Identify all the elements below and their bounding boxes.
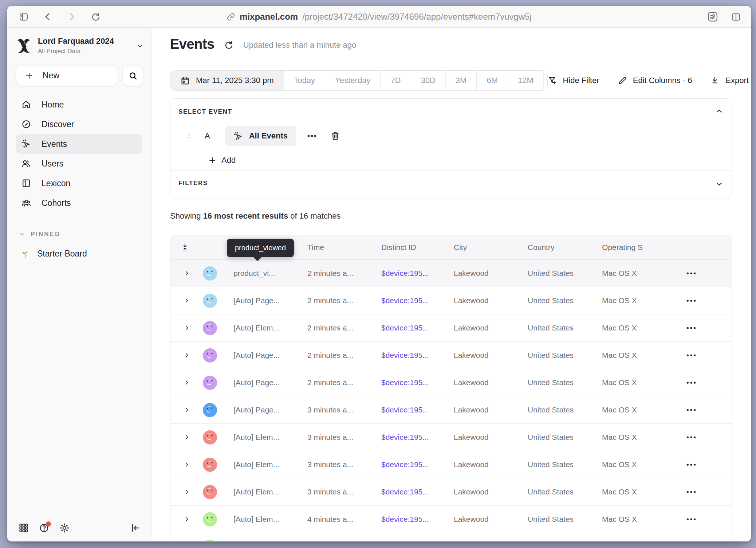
collapse-sidebar-icon[interactable]	[130, 522, 141, 533]
table-row[interactable]: [Auto] Elem... 4 minutes a... $device:19…	[170, 506, 732, 533]
help-icon[interactable]	[39, 522, 50, 533]
expand-row-icon[interactable]	[184, 325, 190, 331]
table-row[interactable]: [Auto] Page... 2 minutes a... $device:19…	[170, 287, 732, 314]
expand-row-icon[interactable]	[184, 407, 190, 413]
row-menu-button[interactable]: •••	[678, 515, 697, 523]
expand-row-icon[interactable]	[184, 379, 190, 386]
date-range-option[interactable]: 12M	[508, 71, 544, 90]
row-menu-button[interactable]: •••	[678, 324, 697, 332]
date-range-option[interactable]: 6M	[477, 71, 508, 90]
date-range-option[interactable]: 30D	[411, 71, 446, 90]
col-country[interactable]: Country	[528, 243, 602, 252]
cell-distinct-id[interactable]: $device:195...	[381, 324, 454, 332]
sidebar-item-starter-board[interactable]: Starter Board	[20, 249, 142, 259]
row-menu-button[interactable]: •••	[678, 461, 697, 469]
expand-row-icon[interactable]	[184, 461, 190, 468]
refresh-icon[interactable]	[224, 40, 234, 50]
avatar	[203, 458, 217, 472]
cell-distinct-id[interactable]: $device:195...	[381, 269, 454, 278]
add-event-button[interactable]: Add	[208, 156, 236, 165]
sidebar-item-discover[interactable]: Discover	[16, 114, 142, 134]
divider	[16, 221, 142, 221]
cell-operating-system: Mac OS X	[602, 488, 678, 496]
row-menu-button[interactable]: •••	[678, 351, 697, 359]
cell-distinct-id[interactable]: $device:195...	[381, 460, 454, 469]
table-row[interactable]: [Auto] Elem... 3 minutes a... $device:19…	[170, 424, 732, 451]
table-row[interactable]: [Auto] Page... 3 minutes a... $device:19…	[170, 396, 732, 424]
export-button[interactable]: Export	[710, 76, 749, 85]
search-button[interactable]	[122, 65, 143, 86]
split-view-icon[interactable]	[731, 11, 741, 22]
table-row[interactable]: [Auto] Page... 2 minutes a... $device:19…	[170, 342, 732, 369]
table-row[interactable]: [Auto] Elem... 2 minutes a... $device:19…	[170, 314, 732, 342]
col-time[interactable]: Time	[307, 243, 381, 252]
cell-distinct-id[interactable]: $device:195...	[381, 488, 454, 496]
table-row[interactable]: [Auto] Page... 2 minutes a... $device:19…	[170, 369, 732, 396]
page-settings-icon[interactable]	[707, 11, 718, 22]
cell-event-name: [Auto] Page...	[233, 351, 307, 360]
settings-gear-icon[interactable]	[59, 522, 70, 533]
trash-icon[interactable]	[330, 131, 340, 141]
project-switcher[interactable]: Lord Farquaad 2024 All Project Data	[7, 28, 151, 59]
apps-grid-icon[interactable]	[18, 522, 29, 533]
collapse-rows-icon[interactable]	[181, 242, 189, 253]
row-menu-button[interactable]: •••	[678, 433, 697, 441]
page-title: Events	[170, 36, 214, 52]
expand-row-icon[interactable]	[184, 270, 190, 277]
date-range-option[interactable]: 7D	[381, 71, 411, 90]
date-range-option[interactable]: XTD	[544, 71, 548, 90]
expand-filters-icon[interactable]	[715, 180, 724, 188]
drag-handle-icon[interactable]	[186, 130, 193, 141]
col-operating-system[interactable]: Operating S	[602, 243, 678, 252]
table-row[interactable]	[170, 533, 732, 541]
table-row[interactable]: product_vi... 2 minutes a... $device:195…	[170, 260, 732, 287]
expand-row-icon[interactable]	[184, 434, 190, 441]
expand-row-icon[interactable]	[184, 297, 190, 304]
cell-distinct-id[interactable]: $device:195...	[381, 515, 454, 524]
sidebar-item-events[interactable]: Events	[16, 134, 142, 154]
cell-city: Lakewood	[454, 269, 528, 278]
cell-distinct-id[interactable]: $device:195...	[381, 433, 454, 442]
event-selector-pill[interactable]: All Events	[225, 126, 296, 146]
date-range-option[interactable]: Today	[284, 71, 326, 90]
project-scope: All Project Data	[38, 48, 130, 55]
cell-country: United States	[528, 406, 602, 414]
expand-row-icon[interactable]	[184, 489, 190, 495]
address-bar[interactable]: mixpanel.com/project/3472420/view/397469…	[227, 6, 532, 28]
collapse-section-icon[interactable]	[715, 107, 724, 116]
cell-distinct-id[interactable]: $device:195...	[381, 351, 454, 360]
cell-distinct-id[interactable]: $device:195...	[381, 296, 454, 305]
cell-distinct-id[interactable]: $device:195...	[381, 406, 454, 414]
date-range-option[interactable]: 3M	[446, 71, 477, 90]
col-city[interactable]: City	[454, 243, 528, 252]
new-button[interactable]: New	[16, 65, 118, 86]
row-menu-button[interactable]: •••	[678, 297, 697, 305]
cell-city: Lakewood	[454, 488, 528, 496]
row-menu-button[interactable]: •••	[678, 406, 697, 414]
event-more-button[interactable]: •••	[307, 132, 317, 140]
expand-row-icon[interactable]	[184, 352, 190, 359]
table-row[interactable]: [Auto] Elem... 3 minutes a... $device:19…	[170, 451, 732, 478]
date-range-option[interactable]: Yesterday	[325, 71, 381, 90]
table-row[interactable]: [Auto] Elem... 3 minutes a... $device:19…	[170, 478, 732, 506]
sidebar-toggle-icon[interactable]	[18, 11, 29, 22]
reload-icon[interactable]	[90, 11, 101, 22]
sidebar-item-home[interactable]: Home	[16, 95, 142, 114]
date-picker-button[interactable]: Mar 11, 2025 3:30 pm	[170, 71, 284, 90]
row-menu-button[interactable]: •••	[678, 379, 697, 387]
chevron-down-icon[interactable]	[136, 42, 144, 50]
cell-distinct-id[interactable]: $device:195...	[381, 378, 454, 387]
edit-columns-button[interactable]: Edit Columns · 6	[618, 76, 692, 85]
sidebar-item-lexicon[interactable]: Lexicon	[16, 173, 142, 193]
back-icon[interactable]	[42, 11, 53, 22]
pinned-section-toggle[interactable]: PINNED	[19, 231, 142, 238]
col-distinct-id[interactable]: Distinct ID	[381, 243, 454, 252]
cell-city: Lakewood	[454, 378, 528, 387]
sidebar-item-users[interactable]: Users	[16, 154, 142, 173]
row-menu-button[interactable]: •••	[678, 488, 697, 496]
hide-filter-button[interactable]: Hide Filter	[548, 76, 599, 85]
sprout-icon	[20, 249, 30, 259]
row-menu-button[interactable]: •••	[678, 269, 697, 277]
sidebar-item-cohorts[interactable]: Cohorts	[16, 193, 142, 213]
expand-row-icon[interactable]	[184, 516, 190, 522]
